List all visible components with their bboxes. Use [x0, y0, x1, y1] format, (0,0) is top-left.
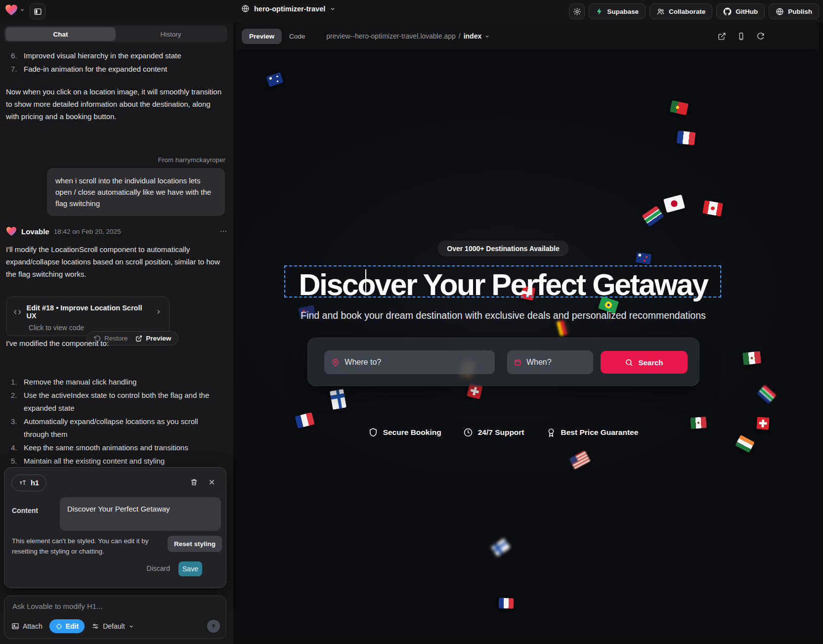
github-button[interactable]: GitHub: [716, 3, 765, 19]
smartphone-icon: [737, 32, 745, 41]
project-name: hero-optimizer-travel: [254, 5, 325, 13]
assistant-name: Lovable: [21, 227, 49, 236]
mode-selector[interactable]: Default: [91, 622, 133, 630]
topbar: hero-optimizer-travel Supabase Collabora…: [0, 0, 823, 23]
list-item: 1. Remove the manual click handling: [11, 376, 221, 388]
shield-icon: [368, 428, 378, 437]
collaborate-button[interactable]: Collaborate: [650, 3, 712, 19]
chevron-down-icon: [129, 624, 134, 629]
external-link-icon: [718, 32, 726, 41]
message-timestamp: 18:42 on Feb 20, 2025: [54, 228, 121, 235]
url-host: preview--hero-optimizer-travel.lovable.a…: [326, 32, 455, 40]
text-cursor: [365, 269, 366, 294]
settings-button[interactable]: [569, 3, 585, 19]
device-preview-button[interactable]: [737, 32, 745, 41]
tab-history[interactable]: History: [116, 27, 226, 41]
user-message-bubble: when i scroll into the individual locati…: [47, 168, 225, 216]
edit-code-card[interactable]: Edit #18 • Improve Location Scroll UX Cl…: [6, 297, 170, 336]
lovable-logo-menu[interactable]: [5, 4, 25, 16]
send-button[interactable]: [207, 620, 220, 633]
type-icon: [19, 479, 27, 487]
sliders-icon: [91, 622, 99, 630]
refresh-icon: [756, 32, 765, 41]
destination-input[interactable]: [345, 358, 488, 367]
chat-input[interactable]: [12, 602, 210, 610]
list-item: 4. Keep the same smooth animations and t…: [11, 441, 221, 454]
search-button[interactable]: Search: [601, 351, 688, 374]
search-icon: [625, 358, 633, 367]
date-input[interactable]: [526, 358, 586, 367]
sidebar-left-icon: [34, 7, 42, 16]
lovable-heart-icon: [5, 4, 18, 16]
supabase-button[interactable]: Supabase: [589, 3, 646, 19]
hero-subheading: Find and book your dream destination wit…: [236, 310, 771, 321]
message-author-label: From harrymckayroper: [158, 156, 225, 164]
gear-icon: [573, 7, 581, 16]
hero-section: Over 1000+ Destinations Available Discov…: [236, 49, 771, 639]
feature-best-price: Best Price Guarantee: [546, 428, 639, 437]
tab-preview[interactable]: Preview: [242, 29, 282, 44]
list-item: 3. Automatically expand/collapse locatio…: [11, 415, 221, 441]
feature-list: Secure Booking 24/7 Support Best Price G…: [236, 428, 771, 437]
element-tag-badge: h1: [11, 474, 46, 491]
tab-chat[interactable]: Chat: [5, 27, 116, 41]
clock-icon: [463, 428, 473, 437]
assistant-message-header: Lovable 18:42 on Feb 20, 2025: [6, 226, 227, 236]
attach-button[interactable]: Attach: [11, 622, 43, 630]
chevron-down-icon: [484, 34, 490, 39]
destinations-badge: Over 1000+ Destinations Available: [437, 241, 568, 257]
chat-messages[interactable]: 6. Improved visual hierarchy in the expa…: [0, 43, 233, 472]
open-in-new-tab-button[interactable]: [718, 32, 726, 41]
calendar-icon: [514, 358, 521, 367]
list-item: 2. Use the activeIndex state to control …: [11, 389, 221, 415]
chat-input-box: Attach Edit Default: [4, 596, 226, 639]
publish-button[interactable]: Publish: [769, 3, 819, 19]
list-item: 7. Fade-in animation for the expanded co…: [11, 63, 220, 76]
arrow-up-icon: [210, 623, 217, 630]
element-tag: h1: [31, 479, 39, 487]
code-icon: [13, 308, 22, 316]
refresh-button[interactable]: [756, 32, 765, 41]
feature-secure-booking: Secure Booking: [368, 428, 441, 437]
date-field[interactable]: [507, 350, 593, 374]
destination-field[interactable]: [324, 350, 495, 374]
preview-viewport[interactable]: Over 1000+ Destinations Available Discov…: [236, 49, 819, 639]
sidebar-toggle-button[interactable]: [30, 3, 45, 19]
style-note: This element can't be styled. You can ed…: [12, 536, 168, 557]
edit-mode-button[interactable]: Edit: [49, 619, 85, 633]
delete-element-icon[interactable]: [190, 478, 198, 486]
chat-panel: Chat History 6. Improved visual hierarch…: [0, 23, 233, 644]
more-options-icon[interactable]: [219, 227, 227, 235]
tab-code[interactable]: Code: [282, 29, 312, 44]
discard-button[interactable]: Discard: [147, 564, 170, 572]
edit-card-subtitle: Click to view code: [29, 324, 162, 332]
list-item: 6. Improved visual hierarchy in the expa…: [11, 49, 220, 62]
feature-support: 24/7 Support: [463, 428, 524, 437]
content-textarea[interactable]: Discover Your Perfect Getaway: [60, 497, 221, 531]
users-icon: [656, 7, 665, 16]
chevron-down-icon: [330, 6, 336, 12]
search-card: Search: [307, 338, 699, 386]
hero-heading[interactable]: Discover Your Perfect Getaway: [236, 267, 771, 302]
globe-icon: [776, 7, 784, 16]
lovable-heart-icon: [6, 226, 17, 236]
preview-panel: Preview Code preview--hero-optimizer-tra…: [236, 23, 819, 639]
image-icon: [11, 622, 19, 630]
assistant-paragraph: I've modified the component to:: [6, 337, 223, 349]
reset-styling-button[interactable]: Reset styling: [168, 536, 222, 552]
save-button[interactable]: Save: [178, 561, 202, 576]
list-item: 5. Maintain all the existing content and…: [11, 455, 221, 468]
project-selector[interactable]: hero-optimizer-travel: [241, 4, 336, 13]
url-page: index: [464, 32, 482, 40]
edit-card-title: Edit #18 • Improve Location Scroll UX: [27, 304, 151, 320]
globe-icon: [241, 4, 250, 13]
chevron-down-icon: [20, 7, 25, 12]
close-icon[interactable]: [208, 478, 216, 486]
chat-history-tabs: Chat History: [4, 26, 227, 43]
crosshair-icon: [55, 623, 63, 630]
preview-url[interactable]: preview--hero-optimizer-travel.lovable.a…: [326, 32, 490, 40]
award-icon: [546, 428, 556, 437]
preview-toolbar: Preview Code preview--hero-optimizer-tra…: [236, 23, 819, 49]
assistant-paragraph: I'll modify the LocationScroll component…: [6, 243, 223, 280]
content-label: Content: [12, 507, 38, 515]
